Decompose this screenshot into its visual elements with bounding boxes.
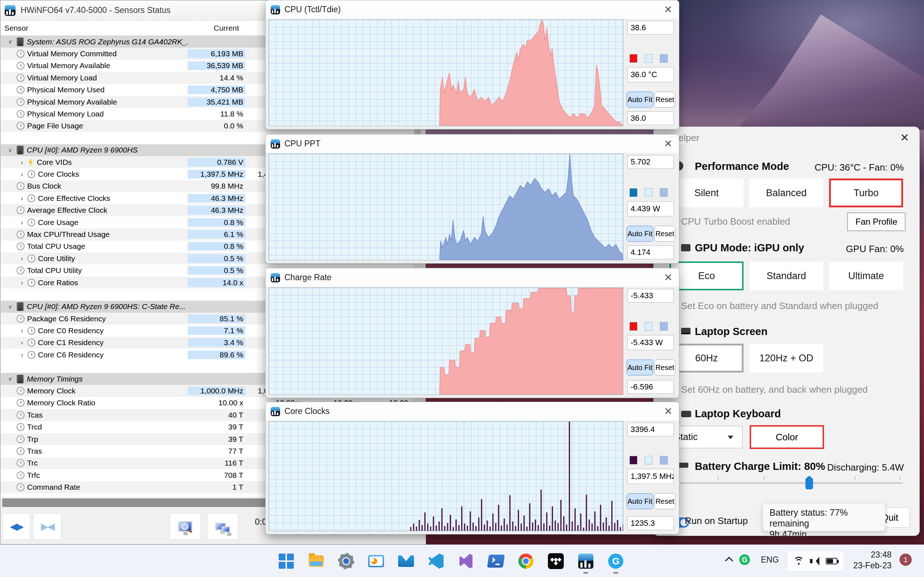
- language-indicator[interactable]: ENG: [761, 555, 779, 565]
- reset-button[interactable]: Reset: [654, 226, 675, 242]
- graph-titlebar[interactable]: Charge Rate✕: [266, 268, 679, 287]
- auto-fit-button[interactable]: Auto Fit: [627, 92, 653, 108]
- auto-fit-button[interactable]: Auto Fit: [627, 359, 653, 376]
- taskbar-icon-powershell[interactable]: [488, 553, 504, 569]
- graph-plot-area[interactable]: [268, 287, 624, 395]
- taskbar-icon-chrome[interactable]: [518, 553, 534, 569]
- chevron-right-icon[interactable]: ›: [16, 158, 27, 166]
- chevron-right-icon[interactable]: ›: [16, 338, 27, 347]
- color-swatch-1[interactable]: [630, 456, 637, 464]
- chevron-right-icon[interactable]: ›: [16, 327, 27, 335]
- scale-max-box[interactable]: 5.702: [627, 155, 674, 169]
- sensor-label-cell: Page File Usage: [1, 121, 188, 130]
- collapse-columns-button[interactable]: ▶◀: [33, 513, 61, 540]
- chevron-down-icon[interactable]: ∨: [1, 303, 16, 310]
- close-icon[interactable]: ✕: [664, 3, 672, 16]
- tray-chevron-up-icon[interactable]: [726, 558, 732, 564]
- battery-limit-slider-handle[interactable]: [805, 475, 814, 489]
- taskbar-icon-vscode[interactable]: [428, 553, 444, 569]
- scale-max-box[interactable]: -5.433: [627, 289, 674, 303]
- chevron-right-icon[interactable]: ›: [16, 194, 27, 202]
- color-swatch-1[interactable]: [630, 188, 637, 197]
- chevron-right-icon[interactable]: ›: [16, 255, 27, 263]
- chevron-right-icon[interactable]: ›: [16, 170, 27, 178]
- expand-columns-button[interactable]: ◀▶: [2, 513, 30, 540]
- scale-min-box[interactable]: -6.596: [627, 380, 674, 394]
- fan-profile-button[interactable]: Fan Profile: [847, 213, 906, 231]
- graph-titlebar[interactable]: Core Clocks✕: [266, 402, 679, 421]
- screen-button-120hz[interactable]: 120Hz + OD: [749, 344, 823, 372]
- taskbar-icon-mail[interactable]: [398, 553, 414, 569]
- graph-plot-area[interactable]: [268, 19, 624, 126]
- graph-titlebar[interactable]: CPU (Tctl/Tdie)✕: [266, 0, 679, 19]
- taskbar-icon-ghelper[interactable]: G: [607, 553, 624, 569]
- color-swatch-1[interactable]: [630, 54, 637, 63]
- clock[interactable]: 23:48 23-Feb-23: [850, 549, 892, 571]
- chevron-down-icon[interactable]: ∨: [1, 376, 16, 382]
- chevron-down-icon[interactable]: ∨: [1, 38, 16, 45]
- scale-max-box[interactable]: 38.6: [627, 21, 674, 35]
- sensor-label-cell: ›Core Ratios: [1, 279, 188, 287]
- taskbar-icon-visual-studio[interactable]: [458, 553, 474, 569]
- grammarly-tray-icon[interactable]: G: [739, 554, 750, 565]
- color-swatch-2[interactable]: [645, 54, 653, 63]
- system-tray-group[interactable]: [787, 551, 844, 572]
- reset-button[interactable]: Reset: [654, 359, 675, 376]
- scale-max-box[interactable]: 3396.4: [627, 423, 674, 436]
- perf-button-balanced[interactable]: Balanced: [749, 179, 823, 207]
- chevron-right-icon[interactable]: ›: [16, 219, 27, 226]
- taskbar-icon-file-explorer[interactable]: [308, 553, 325, 569]
- laptop-keyboard-heading: Laptop Keyboard: [695, 408, 781, 420]
- auto-fit-button[interactable]: Auto Fit: [627, 493, 653, 509]
- taskbar-icon-tidal[interactable]: [548, 553, 564, 569]
- notification-badge[interactable]: 1: [900, 554, 912, 566]
- chevron-right-icon[interactable]: ›: [16, 351, 27, 359]
- scale-min-box[interactable]: 4.174: [627, 246, 674, 259]
- color-swatch-1[interactable]: [630, 322, 637, 331]
- ghelper-close-icon[interactable]: ✕: [900, 131, 909, 144]
- chevron-down-icon[interactable]: ∨: [1, 147, 16, 154]
- taskbar-icon-settings[interactable]: [338, 553, 354, 569]
- color-swatch-2[interactable]: [645, 456, 653, 464]
- scale-min-box[interactable]: 36.0: [627, 111, 674, 125]
- color-swatch-2[interactable]: [645, 322, 653, 331]
- column-sensor[interactable]: Sensor: [1, 24, 184, 32]
- close-icon[interactable]: ✕: [664, 272, 672, 284]
- graph-titlebar[interactable]: CPU PPT✕: [266, 134, 679, 153]
- color-swatch-3[interactable]: [660, 188, 668, 197]
- scale-min-box[interactable]: 1235.3: [627, 516, 674, 530]
- taskbar-icon-hwinfo[interactable]: [577, 553, 594, 569]
- column-current[interactable]: Current: [184, 24, 242, 32]
- sensor-name: Core VIDs: [37, 158, 72, 167]
- sensor-zoom-button[interactable]: [170, 513, 201, 540]
- sensor-label-cell: ›Core Usage: [1, 218, 188, 227]
- gpu-button-standard[interactable]: Standard: [749, 261, 823, 290]
- graph-plot-area[interactable]: [268, 154, 624, 260]
- taskbar-icon-start[interactable]: [278, 553, 294, 569]
- sensor-label-cell: Trcd: [1, 423, 188, 431]
- gpu-button-eco[interactable]: Eco: [670, 261, 743, 290]
- keyboard-color-button[interactable]: Color: [750, 425, 824, 449]
- color-swatch-3[interactable]: [660, 322, 668, 331]
- battery-limit-slider-track[interactable]: [680, 482, 903, 484]
- screen-button-60hz[interactable]: 60Hz: [670, 344, 743, 372]
- remote-sensors-button[interactable]: [207, 513, 238, 540]
- perf-button-turbo[interactable]: Turbo: [829, 179, 903, 207]
- color-swatch-3[interactable]: [660, 54, 668, 63]
- taskbar-icon-resource-monitor[interactable]: [368, 553, 384, 569]
- chevron-right-icon[interactable]: ›: [16, 279, 27, 287]
- color-swatch-2[interactable]: [645, 188, 653, 197]
- reset-button[interactable]: Reset: [654, 92, 675, 108]
- auto-fit-button[interactable]: Auto Fit: [627, 226, 653, 242]
- gpu-button-ultimate[interactable]: Ultimate: [829, 261, 903, 290]
- perf-button-silent[interactable]: Silent: [670, 179, 743, 207]
- graph-plot-area[interactable]: [268, 421, 624, 531]
- graph-side-panel: -5.433-5.433 WAuto FitReset-6.596: [625, 287, 677, 396]
- sensor-current-value: 46.3 MHz: [188, 194, 246, 203]
- reset-button[interactable]: Reset: [654, 493, 675, 509]
- sensor-name: Core Effective Clocks: [38, 194, 110, 203]
- close-icon[interactable]: ✕: [664, 405, 672, 417]
- close-icon[interactable]: ✕: [664, 138, 672, 150]
- color-swatch-3[interactable]: [660, 456, 668, 464]
- chip-icon: [16, 375, 24, 384]
